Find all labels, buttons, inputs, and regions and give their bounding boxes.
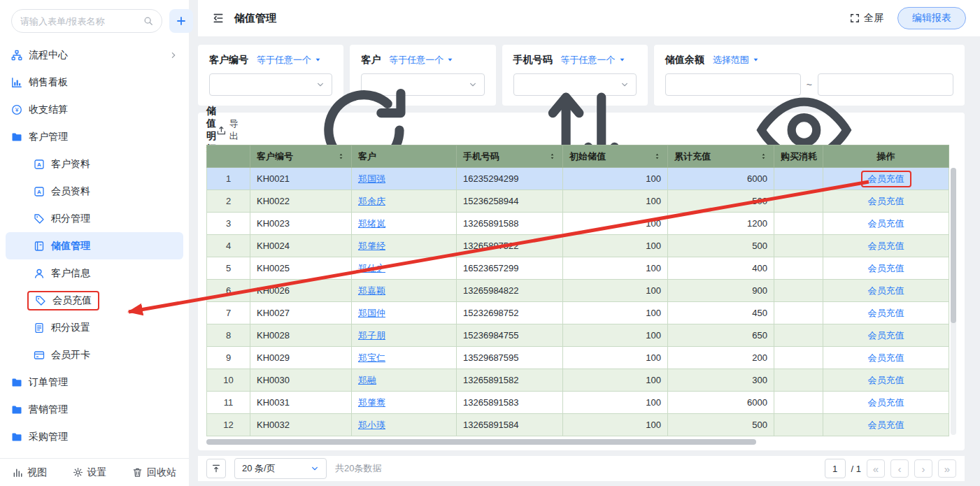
member-recharge-link[interactable]: 会员充值 (868, 285, 904, 296)
customer-code-cell: KH0028 (250, 324, 352, 347)
sidebar-item-member-recharge[interactable]: 会员充值 (0, 287, 189, 314)
col-initial-value[interactable]: 初始储值 (563, 145, 668, 168)
customer-name-link[interactable]: 郑肇骞 (358, 397, 385, 408)
member-recharge-link[interactable]: 会员充值 (868, 375, 904, 385)
last-page-button[interactable]: » (938, 459, 956, 478)
row-number-cell: 4 (207, 235, 250, 257)
export-button[interactable]: 导出 (216, 117, 248, 143)
table-row[interactable]: 9 KH0029 郑宝仁 13529687595 100 200 会员充值 (207, 347, 949, 369)
table-row[interactable]: 2 KH0022 郑余庆 15236258944 100 500 会员充值 (207, 190, 949, 213)
customer-name-link[interactable]: 郑小瑛 (358, 420, 385, 430)
col-purchase-consume[interactable]: 购买消耗 (774, 145, 823, 168)
member-recharge-link[interactable]: 会员充值 (868, 420, 904, 430)
customer-name-link[interactable]: 郑仕之 (358, 263, 385, 273)
search-box[interactable] (11, 9, 162, 33)
member-recharge-link[interactable]: 会员充值 (868, 196, 904, 206)
customer-name-link[interactable]: 郑宝仁 (358, 352, 385, 363)
sidebar-item-sales-board[interactable]: 销售看板 (0, 69, 189, 96)
fullscreen-button[interactable]: 全屏 (850, 12, 883, 24)
column-sort-icon[interactable] (760, 152, 767, 160)
form-icon (34, 159, 45, 170)
customer-name-link[interactable]: 郑国仲 (358, 308, 385, 318)
current-page-input[interactable]: 1 (825, 459, 846, 478)
table-row[interactable]: 3 KH0023 郑绪岚 13265891588 100 1200 会员充值 (207, 213, 949, 235)
filter-operator-dropdown[interactable]: 选择范围 (713, 54, 759, 66)
sidebar-item-member-profile[interactable]: 会员资料 (0, 178, 189, 205)
total-recharge-cell: 6000 (668, 392, 774, 414)
page-size-select[interactable]: 20 条/页 (234, 458, 327, 479)
total-recharge-cell: 500 (668, 414, 774, 436)
action-cell: 会员充值 (823, 324, 949, 347)
col-customer[interactable]: 客户 (352, 145, 457, 168)
table-row[interactable]: 1 KH0021 郑国强 16235294299 100 6000 会员充值 (207, 168, 949, 190)
sidebar-item-process-center[interactable]: 流程中心 (0, 41, 189, 69)
customer-name-link[interactable]: 郑绪岚 (358, 218, 385, 229)
sidebar-item-order-mgmt[interactable]: 订单管理 (0, 369, 189, 396)
member-recharge-link[interactable]: 会员充值 (868, 352, 904, 363)
back-to-top-button[interactable] (206, 459, 226, 478)
filter-operator-dropdown[interactable]: 等于任意一个 (389, 54, 453, 66)
card-icon (34, 350, 45, 361)
table-row[interactable]: 10 KH0030 郑融 13265891582 100 300 会员充值 (207, 369, 949, 392)
action-cell: 会员充值 (823, 369, 949, 392)
prev-page-button[interactable]: ‹ (890, 459, 909, 478)
edit-report-button[interactable]: 编辑报表 (897, 7, 966, 29)
member-recharge-link[interactable]: 会员充值 (868, 308, 904, 318)
member-recharge-link[interactable]: 会员充值 (868, 397, 904, 408)
sidebar-item-customer-profile[interactable]: 客户资料 (0, 150, 189, 178)
sidebar-item-marketing-mgmt[interactable]: 营销管理 (0, 396, 189, 423)
row-number-cell: 10 (207, 369, 250, 392)
sidebar-item-customer-info[interactable]: 客户信息 (0, 259, 189, 287)
customer-name-link[interactable]: 郑肇经 (358, 241, 385, 251)
table-row[interactable]: 6 KH0026 郑嘉颖 13265984822 100 900 会员充值 (207, 280, 949, 302)
first-page-button[interactable]: « (867, 459, 885, 478)
sidebar-item-label: 客户信息 (51, 267, 90, 280)
vertical-scrollbar[interactable] (951, 168, 956, 435)
customer-name-link[interactable]: 郑子朋 (358, 330, 385, 341)
collapse-sidebar-icon[interactable] (212, 12, 225, 24)
view-button[interactable]: 视图 (13, 466, 47, 479)
sidebar-item-customer-mgmt[interactable]: 客户管理 (0, 123, 189, 150)
recycle-bin-button[interactable]: 回收站 (132, 466, 176, 479)
sidebar-item-income-expense[interactable]: 收支结算 (0, 96, 189, 123)
customer-name-link[interactable]: 郑融 (358, 375, 376, 385)
member-recharge-link[interactable]: 会员充值 (868, 263, 904, 273)
col-customer-code[interactable]: 客户编号 (250, 145, 352, 168)
sidebar-item-stored-value-mgmt[interactable]: 储值管理 (6, 232, 183, 259)
filter-operator-dropdown[interactable]: 等于任意一个 (561, 54, 625, 66)
table-row[interactable]: 5 KH0025 郑仕之 16523657299 100 400 会员充值 (207, 257, 949, 280)
add-form-button[interactable] (169, 9, 193, 33)
page-top-icon (211, 464, 221, 473)
column-sort-icon[interactable] (548, 152, 556, 160)
column-sort-icon[interactable] (653, 152, 661, 160)
total-recharge-cell: 6000 (668, 168, 774, 190)
table-row[interactable]: 12 KH0032 郑小瑛 13265891584 100 500 会员充值 (207, 414, 949, 436)
horizontal-scrollbar[interactable] (206, 439, 949, 445)
member-recharge-link[interactable]: 会员充值 (868, 241, 904, 251)
sidebar-item-member-card[interactable]: 会员开卡 (0, 341, 189, 369)
table-row[interactable]: 7 KH0027 郑国仲 15232698752 100 450 会员充值 (207, 302, 949, 324)
customer-name-link[interactable]: 郑嘉颖 (358, 285, 385, 296)
phone-cell: 15236258944 (457, 190, 563, 213)
sidebar-item-points-mgmt[interactable]: 积分管理 (0, 205, 189, 232)
vertical-scrollbar-thumb[interactable] (951, 168, 956, 323)
action-cell: 会员充值 (823, 168, 949, 190)
sidebar-item-points-settings[interactable]: 积分设置 (0, 314, 189, 341)
filter-operator-dropdown[interactable]: 等于任意一个 (257, 54, 321, 66)
member-recharge-link[interactable]: 会员充值 (868, 218, 904, 229)
sidebar-item-purchase-mgmt[interactable]: 采购管理 (0, 423, 189, 450)
col-phone[interactable]: 手机号码 (457, 145, 563, 168)
next-page-button[interactable]: › (914, 459, 932, 478)
table-row[interactable]: 4 KH0024 郑肇经 13265897522 100 500 会员充值 (207, 235, 949, 257)
column-sort-icon[interactable] (337, 152, 345, 160)
col-total-recharge[interactable]: 累计充值 (668, 145, 774, 168)
table-row[interactable]: 11 KH0031 郑肇骞 13265891583 100 6000 会员充值 (207, 392, 949, 414)
member-recharge-link[interactable]: 会员充值 (868, 330, 904, 341)
search-input[interactable] (20, 16, 143, 27)
customer-name-link[interactable]: 郑国强 (358, 173, 385, 184)
horizontal-scrollbar-thumb[interactable] (206, 439, 756, 445)
customer-name-link[interactable]: 郑余庆 (358, 196, 385, 206)
table-row[interactable]: 8 KH0028 郑子朋 15236984755 100 650 会员充值 (207, 324, 949, 347)
settings-button[interactable]: 设置 (73, 466, 107, 479)
member-recharge-link[interactable]: 会员充值 (861, 171, 911, 187)
